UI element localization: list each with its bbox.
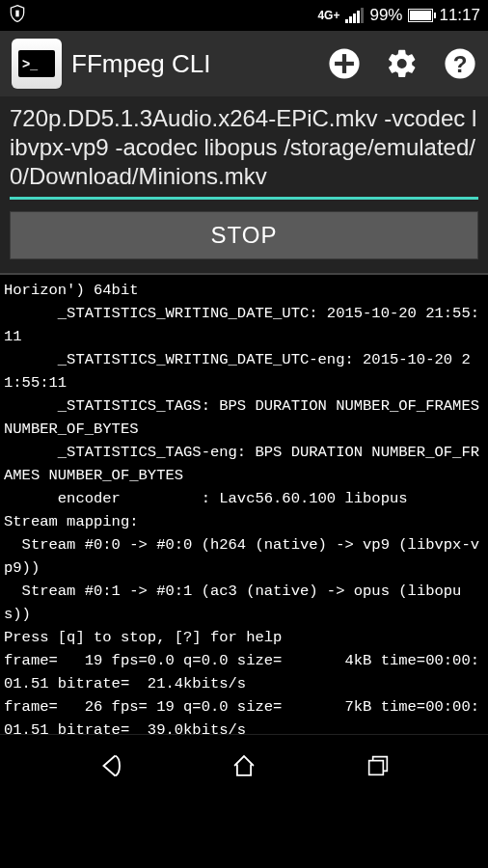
clock: 11:17 [439,6,480,25]
home-button[interactable] [221,743,267,789]
battery-percent: 99% [369,6,402,25]
app-title: FFmpeg CLI [71,49,318,79]
recent-apps-button[interactable] [355,743,401,789]
command-area: 720p.DD5.1.3Audio.x264-EPiC.mkv -vcodec … [0,96,488,273]
settings-button[interactable] [386,47,419,80]
network-type-label: 4G+ [317,11,339,20]
svg-rect-6 [368,760,383,774]
battery-icon [408,9,433,22]
shield-icon [8,3,27,29]
svg-rect-3 [335,62,354,66]
svg-rect-0 [15,10,18,16]
svg-text:?: ? [453,51,468,77]
status-bar: 4G+ 99% 11:17 [0,0,488,31]
app-bar: >_ FFmpeg CLI ? [0,31,488,96]
command-input[interactable]: 720p.DD5.1.3Audio.x264-EPiC.mkv -vcodec … [10,104,478,200]
navigation-bar [0,734,488,796]
console-output[interactable]: Horizon') 64bit _STATISTICS_WRITING_DATE… [0,273,488,734]
app-icon: >_ [12,39,62,89]
stop-button[interactable]: STOP [10,211,478,259]
back-button[interactable] [88,743,134,789]
signal-icon [345,8,364,23]
add-button[interactable] [328,47,361,80]
help-button[interactable]: ? [444,47,476,80]
